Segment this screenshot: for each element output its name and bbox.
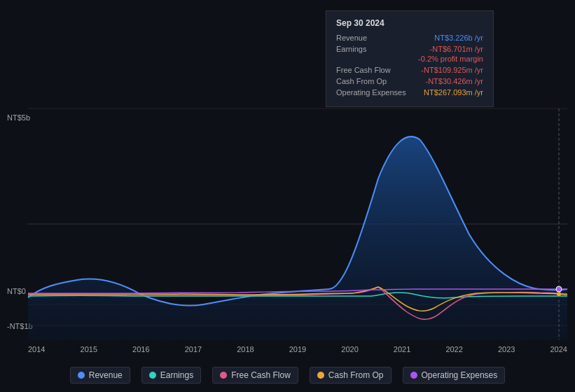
svg-point-6 bbox=[557, 292, 561, 296]
legend-item-revenue[interactable]: Revenue bbox=[70, 367, 130, 384]
chart-container: NT$5b NT$0 -NT$1b Sep 30 2024 Revenue NT… bbox=[0, 0, 575, 392]
legend-item-fcf[interactable]: Free Cash Flow bbox=[212, 367, 298, 384]
y-label-top: NT$5b bbox=[7, 113, 30, 122]
tooltip-revenue-value: NT$3.226b /yr bbox=[434, 34, 483, 42]
tooltip-date: Sep 30 2024 bbox=[336, 18, 483, 28]
tooltip-revenue-row: Revenue NT$3.226b /yr bbox=[336, 34, 483, 42]
tooltip-earnings-row: Earnings -NT$6.701m /yr bbox=[336, 45, 483, 53]
x-label-2020: 2020 bbox=[341, 345, 358, 354]
tooltip: Sep 30 2024 Revenue NT$3.226b /yr Earnin… bbox=[326, 10, 494, 107]
tooltip-cashop-row: Cash From Op -NT$30.426m /yr bbox=[336, 77, 483, 85]
legend-dot-earnings bbox=[149, 372, 156, 379]
legend-label-earnings: Earnings bbox=[160, 370, 193, 380]
x-label-2019: 2019 bbox=[289, 345, 306, 354]
tooltip-cashop-value: -NT$30.426m /yr bbox=[425, 77, 483, 85]
tooltip-earnings-value: -NT$6.701m /yr bbox=[430, 45, 483, 53]
legend-dot-cashop bbox=[317, 372, 324, 379]
x-label-2018: 2018 bbox=[237, 345, 254, 354]
legend-dot-fcf bbox=[220, 372, 227, 379]
legend-label-fcf: Free Cash Flow bbox=[231, 370, 291, 380]
x-label-2023: 2023 bbox=[498, 345, 515, 354]
tooltip-fcf-label: Free Cash Flow bbox=[336, 66, 391, 74]
chart-svg bbox=[28, 108, 567, 340]
x-label-2022: 2022 bbox=[445, 345, 462, 354]
svg-point-7 bbox=[557, 287, 561, 291]
legend-label-opex: Operating Expenses bbox=[422, 370, 498, 380]
tooltip-earnings-label: Earnings bbox=[336, 45, 366, 53]
x-axis: 2014 2015 2016 2017 2018 2019 2020 2021 … bbox=[28, 345, 567, 354]
tooltip-opex-label: Operating Expenses bbox=[336, 88, 406, 97]
legend: Revenue Earnings Free Cash Flow Cash Fro… bbox=[0, 367, 575, 384]
tooltip-cashop-label: Cash From Op bbox=[336, 77, 387, 85]
legend-label-cashop: Cash From Op bbox=[328, 370, 384, 380]
tooltip-revenue-label: Revenue bbox=[336, 34, 367, 42]
legend-item-earnings[interactable]: Earnings bbox=[141, 367, 201, 384]
x-label-2024: 2024 bbox=[550, 345, 567, 354]
x-label-2021: 2021 bbox=[394, 345, 410, 354]
tooltip-fcf-value: -NT$109.925m /yr bbox=[421, 66, 483, 74]
chart-area bbox=[28, 108, 567, 340]
x-label-2015: 2015 bbox=[81, 345, 97, 354]
y-label-zero: NT$0 bbox=[7, 287, 26, 295]
x-label-2014: 2014 bbox=[28, 345, 45, 354]
x-label-2017: 2017 bbox=[185, 345, 202, 354]
legend-label-revenue: Revenue bbox=[89, 370, 123, 380]
legend-dot-opex bbox=[410, 372, 417, 379]
legend-item-cashop[interactable]: Cash From Op bbox=[310, 367, 392, 384]
tooltip-profit-margin: -0.2% profit margin bbox=[336, 55, 483, 63]
tooltip-opex-row: Operating Expenses NT$267.093m /yr bbox=[336, 88, 483, 97]
x-label-2016: 2016 bbox=[132, 345, 149, 354]
legend-dot-revenue bbox=[78, 372, 85, 379]
legend-item-opex[interactable]: Operating Expenses bbox=[403, 367, 506, 384]
tooltip-fcf-row: Free Cash Flow -NT$109.925m /yr bbox=[336, 66, 483, 74]
tooltip-opex-value: NT$267.093m /yr bbox=[424, 88, 483, 97]
